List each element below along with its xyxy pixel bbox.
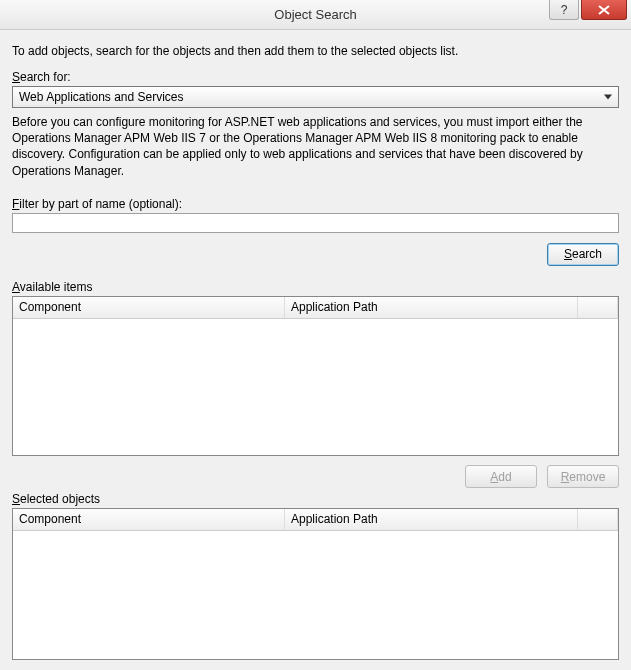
search-for-label: Search for: <box>12 70 619 84</box>
description-text: Before you can configure monitoring for … <box>12 114 619 179</box>
available-col-component[interactable]: Component <box>13 297 285 318</box>
search-button[interactable]: Search <box>547 243 619 266</box>
filter-label: Filter by part of name (optional): <box>12 197 619 211</box>
selected-objects-grid[interactable]: Component Application Path <box>12 508 619 660</box>
available-col-apppath[interactable]: Application Path <box>285 297 578 318</box>
close-icon <box>598 5 610 15</box>
available-grid-header: Component Application Path <box>13 297 618 319</box>
selected-col-apppath[interactable]: Application Path <box>285 509 578 530</box>
close-button[interactable] <box>581 0 627 20</box>
window-title: Object Search <box>274 7 356 22</box>
selected-col-end <box>578 509 618 530</box>
help-icon: ? <box>561 3 568 17</box>
available-items-label: Available items <box>12 280 619 294</box>
chevron-down-icon <box>604 95 612 100</box>
selected-grid-body <box>13 531 618 659</box>
dialog-content: To add objects, search for the objects a… <box>0 30 631 670</box>
help-button[interactable]: ? <box>549 0 579 20</box>
search-button-row: Search <box>12 243 619 266</box>
available-col-end <box>578 297 618 318</box>
filter-input[interactable] <box>12 213 619 233</box>
selected-objects-label: Selected objects <box>12 492 619 506</box>
search-for-dropdown[interactable]: Web Applications and Services <box>12 86 619 108</box>
titlebar: Object Search ? <box>0 0 631 30</box>
search-for-value: Web Applications and Services <box>19 90 184 104</box>
selected-col-component[interactable]: Component <box>13 509 285 530</box>
add-button: Add <box>465 465 537 488</box>
window-controls: ? <box>549 0 627 20</box>
selected-grid-header: Component Application Path <box>13 509 618 531</box>
available-items-grid[interactable]: Component Application Path <box>12 296 619 456</box>
available-grid-body <box>13 319 618 455</box>
add-remove-row: Add Remove <box>12 464 619 490</box>
instruction-text: To add objects, search for the objects a… <box>12 44 619 58</box>
remove-button: Remove <box>547 465 619 488</box>
